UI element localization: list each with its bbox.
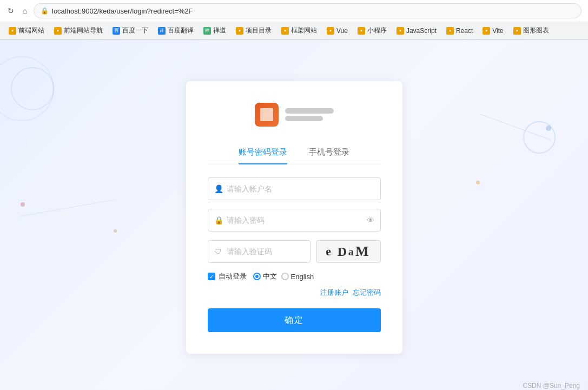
bookmark-icon: ▪ [281,27,289,35]
bookmark-框架网站[interactable]: ▪ 框架网站 [277,24,321,37]
bookmark-react[interactable]: ▪ React [442,25,477,36]
bookmark-vue[interactable]: ▪ Vue [322,25,352,36]
tab-account-login[interactable]: 账号密码登录 [239,143,287,164]
password-group: 🔒 👁 [208,209,381,232]
submit-button[interactable]: 确定 [208,308,381,332]
bookmark-label: React [456,27,473,35]
bookmark-百度翻译[interactable]: 译 百度翻译 [154,24,198,37]
forgot-password-link[interactable]: 忘记密码 [353,288,381,298]
browser-nav-icons: ↻ ⌂ [6,6,29,15]
login-card: 账号密码登录 手机号登录 👤 🔒 👁 🛡 [186,81,402,354]
language-options: 中文 English [253,272,314,281]
deco-line-1 [19,199,115,216]
lang-english-option[interactable]: English [281,273,314,281]
captcha-char-e: e [325,244,333,259]
password-input[interactable] [208,209,381,232]
bookmark-icon: ▪ [513,27,521,35]
captcha-char-a: a [348,245,356,258]
username-group: 👤 [208,177,381,200]
url-bar[interactable]: 🔒 localhost:9002/keda/user/login?redirec… [34,3,582,18]
logo-text-area [285,108,334,121]
bookmarks-bar: ▪ 前端网站 ▪ 前端网站导航 百 百度一下 译 百度翻译 禅 禅道 ▪ 项目目… [0,22,588,39]
links-area: 注册账户 忘记密码 [320,288,381,298]
bookmark-icon: 译 [158,27,166,35]
captcha-input-wrapper: 🛡 [208,240,310,263]
lock-icon: 🔒 [41,7,49,15]
lock-icon: 🔒 [214,216,223,224]
captcha-row: 🛡 e D a M [208,240,381,263]
bookmark-label: 百度一下 [122,26,148,35]
main-content: 账号密码登录 手机号登录 👤 🔒 👁 🛡 [0,40,588,390]
bookmark-icon: ▪ [483,27,490,35]
register-link[interactable]: 注册账户 [320,288,348,298]
deco-circle-2 [0,56,54,121]
lang-english-radio[interactable] [281,273,289,280]
logo-area [208,103,381,127]
bookmark-label: 项目目录 [246,26,272,35]
bookmark-百度一下[interactable]: 百 百度一下 [108,24,153,37]
lang-chinese-label: 中文 [263,272,277,281]
bookmark-label: Vue [336,27,348,35]
bookmark-icon: ▪ [9,27,16,35]
bookmark-icon: 百 [113,27,120,35]
checkmark-icon: ✓ [209,274,214,280]
bookmark-label: 图形图表 [523,26,549,35]
captcha-input[interactable] [208,240,310,263]
logo-icon [255,103,279,127]
bookmark-icon: ▪ [446,27,454,35]
username-input-wrapper: 👤 [208,177,381,200]
bookmark-icon: ▪ [327,27,334,35]
auto-login-checkbox[interactable]: ✓ [208,273,215,280]
bookmark-前端网站导航[interactable]: ▪ 前端网站导航 [50,24,107,37]
bookmark-javascript[interactable]: ▪ JavaScript [392,25,441,36]
tab-phone-login[interactable]: 手机号登录 [309,143,349,164]
password-input-wrapper: 🔒 👁 [208,209,381,232]
user-icon: 👤 [214,184,223,193]
bookmark-icon: ▪ [397,27,404,35]
deco-dot-4 [476,181,480,184]
bookmark-label: 框架网站 [291,26,317,35]
logo-text-line-2 [285,116,323,121]
bookmark-图形图表[interactable]: ▪ 图形图表 [509,24,553,37]
bookmark-icon: ▪ [358,27,365,35]
shield-icon: 🛡 [214,247,222,256]
home-icon[interactable]: ⌂ [21,6,29,15]
bookmark-项目目录[interactable]: ▪ 项目目录 [232,24,276,37]
bookmark-label: Vite [492,27,503,35]
deco-dot-1 [21,202,25,207]
logo-text-line-1 [285,108,334,114]
bookmark-小程序[interactable]: ▪ 小程序 [353,24,391,37]
lang-chinese-radio[interactable] [253,273,261,280]
eye-icon[interactable]: 👁 [367,216,374,224]
options-row: ✓ 自动登录 中文 English 注册账户 忘记密码 [208,272,381,298]
username-input[interactable] [208,177,381,200]
bookmark-icon: 禅 [203,27,211,35]
bookmark-icon: ▪ [236,27,243,35]
logo-inner-shape [260,108,273,121]
address-bar: ↻ ⌂ 🔒 localhost:9002/keda/user/login?red… [0,0,588,22]
auto-login-option[interactable]: ✓ 自动登录 [208,272,247,281]
bookmark-label: 百度翻译 [168,26,194,35]
lang-chinese-option[interactable]: 中文 [253,272,277,281]
bookmark-vite[interactable]: ▪ Vite [478,25,507,36]
bookmark-label: JavaScript [406,27,437,35]
bookmark-label: 小程序 [367,26,387,35]
bookmark-label: 前端网站 [18,26,44,35]
captcha-image[interactable]: e D a M [316,240,381,263]
lang-english-label: English [291,273,314,281]
browser-chrome: ↻ ⌂ 🔒 localhost:9002/keda/user/login?red… [0,0,588,40]
url-text: localhost:9002/keda/user/login?redirect=… [52,7,193,15]
captcha-char-d: D [338,244,348,259]
captcha-char-m: M [355,243,371,260]
bookmark-label: 前端网站导航 [64,26,103,35]
footer-watermark: CSDN @Sun_Peng [523,382,580,389]
login-tabs: 账号密码登录 手机号登录 [208,143,381,164]
deco-dot-3 [546,125,551,131]
bookmark-前端网站[interactable]: ▪ 前端网站 [4,24,49,37]
refresh-icon[interactable]: ↻ [6,6,15,15]
bookmark-icon: ▪ [54,27,62,35]
deco-dot-2 [114,229,117,233]
auto-login-label: 自动登录 [219,272,247,281]
bookmark-label: 禅道 [213,26,226,35]
bookmark-禅道[interactable]: 禅 禅道 [199,24,230,37]
